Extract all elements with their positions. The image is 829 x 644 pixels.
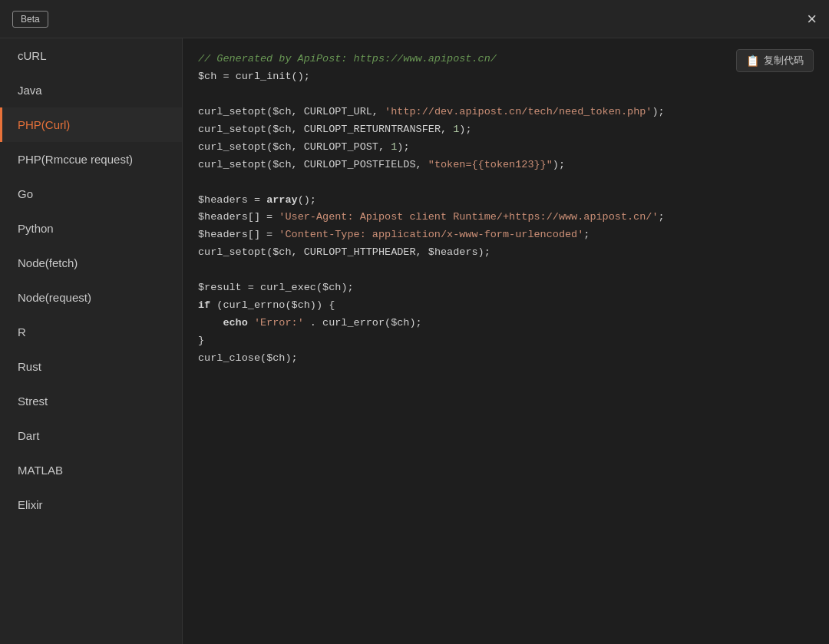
sidebar-item-r[interactable]: R bbox=[0, 315, 182, 349]
copy-button-label: 复制代码 bbox=[764, 54, 804, 68]
code-panel: 📋 复制代码 // Generated by ApiPost: https://… bbox=[183, 38, 829, 644]
sidebar-item-curl[interactable]: cURL bbox=[0, 38, 182, 73]
sidebar-item-strest[interactable]: Strest bbox=[0, 384, 182, 418]
code-content: // Generated by ApiPost: https://www.api… bbox=[198, 51, 814, 368]
sidebar-item-php-rmccue[interactable]: PHP(Rmccue request) bbox=[0, 142, 182, 177]
sidebar-item-node-fetch[interactable]: Node(fetch) bbox=[0, 246, 182, 280]
sidebar-item-elixir[interactable]: Elixir bbox=[0, 487, 182, 522]
sidebar-item-go[interactable]: Go bbox=[0, 177, 182, 211]
close-button[interactable]: × bbox=[807, 11, 817, 28]
sidebar-item-dart[interactable]: Dart bbox=[0, 418, 182, 453]
sidebar-item-java[interactable]: Java bbox=[0, 73, 182, 107]
sidebar-item-php-curl[interactable]: PHP(Curl) bbox=[0, 107, 182, 142]
sidebar: cURL Java PHP(Curl) PHP(Rmccue request) … bbox=[0, 38, 183, 644]
sidebar-item-matlab[interactable]: MATLAB bbox=[0, 453, 182, 487]
main-layout: cURL Java PHP(Curl) PHP(Rmccue request) … bbox=[0, 38, 829, 644]
copy-icon: 📋 bbox=[746, 54, 759, 67]
sidebar-item-python[interactable]: Python bbox=[0, 211, 182, 246]
copy-code-button[interactable]: 📋 复制代码 bbox=[736, 49, 814, 72]
beta-badge: Beta bbox=[12, 11, 48, 28]
sidebar-item-node-request[interactable]: Node(request) bbox=[0, 280, 182, 315]
sidebar-item-rust[interactable]: Rust bbox=[0, 349, 182, 384]
top-bar: Beta × bbox=[0, 0, 829, 38]
